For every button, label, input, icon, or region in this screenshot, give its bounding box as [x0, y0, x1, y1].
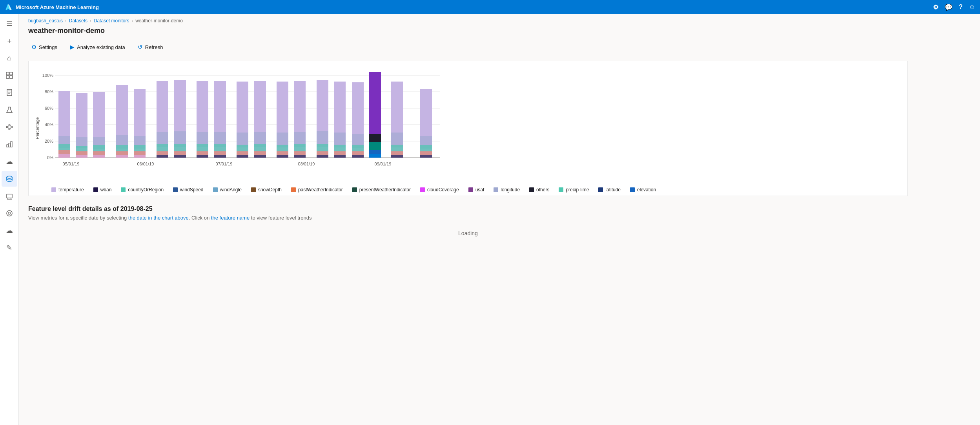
svg-rect-46	[58, 150, 70, 154]
svg-rect-117	[334, 155, 346, 158]
sidebar-notebooks[interactable]	[2, 85, 17, 100]
sidebar-dashboard[interactable]	[2, 67, 17, 83]
sidebar-endpoints[interactable]: ☁	[2, 154, 17, 169]
svg-rect-90	[237, 145, 248, 151]
refresh-icon: ↺	[138, 44, 143, 51]
settings-button[interactable]: ⚙ Settings	[28, 41, 60, 53]
legend-snowdepth: snowDepth	[251, 187, 282, 193]
feature-subtitle-link2[interactable]: the feature name	[211, 215, 250, 221]
svg-point-22	[7, 176, 12, 178]
breadcrumb: bugbash_eastus › Datasets › Dataset moni…	[28, 14, 908, 27]
user-icon[interactable]: ☺	[969, 4, 975, 11]
legend-presentweather: presentWeatherIndicator	[352, 187, 411, 193]
legend-label-pastweather: pastWeatherIndicator	[298, 187, 343, 193]
analyze-button[interactable]: ▶ Analyze existing data	[67, 41, 128, 53]
bar-chart[interactable]: Percentage 100% 80% 60% 40% 20% 0%	[32, 67, 444, 181]
svg-rect-102	[277, 155, 288, 158]
legend-pastweather: pastWeatherIndicator	[291, 187, 343, 193]
svg-rect-67	[134, 155, 146, 158]
settings-icon[interactable]: ⚙	[933, 4, 938, 11]
sidebar: ☰ ＋ ⌂ ☁ ☁ ✎	[0, 14, 19, 425]
svg-rect-131	[391, 151, 403, 155]
svg-rect-105	[294, 144, 306, 151]
svg-text:06/01/19: 06/01/19	[137, 162, 154, 166]
svg-rect-3	[10, 72, 13, 75]
legend-swatch-latitude	[598, 187, 603, 192]
svg-rect-96	[254, 151, 266, 155]
legend-swatch-longitude	[494, 187, 498, 192]
svg-rect-66	[134, 151, 146, 155]
svg-rect-101	[277, 151, 288, 155]
legend-label-windspeed: windSpeed	[180, 187, 203, 193]
legend-label-elevation: elevation	[637, 187, 656, 193]
sidebar-pipelines[interactable]	[2, 119, 17, 135]
sidebar-menu[interactable]: ☰	[2, 16, 17, 31]
feedback-icon[interactable]: 💬	[945, 4, 953, 11]
sidebar-models[interactable]	[2, 136, 17, 152]
svg-rect-91	[237, 151, 248, 155]
breadcrumb-datasets[interactable]: Datasets	[69, 18, 87, 24]
svg-rect-65	[134, 145, 146, 151]
svg-rect-126	[369, 150, 381, 154]
legend-label-latitude: latitude	[605, 187, 621, 193]
legend-longitude: longitude	[494, 187, 520, 193]
legend-label-country: countryOrRegion	[128, 187, 164, 193]
feature-subtitle-link1[interactable]: the date in the chart above	[128, 215, 189, 221]
feature-section: Feature level drift details as of 2019-0…	[28, 205, 908, 236]
app-title: Microsoft Azure Machine Learning	[16, 4, 99, 10]
sidebar-experiments[interactable]	[2, 102, 17, 118]
legend-usaf: usaf	[468, 187, 485, 193]
breadcrumb-sep-2: ›	[90, 18, 91, 23]
legend-swatch-usaf	[468, 187, 473, 192]
help-icon[interactable]: ?	[959, 4, 963, 11]
svg-rect-76	[174, 151, 186, 155]
svg-rect-107	[294, 155, 306, 158]
svg-point-11	[6, 126, 8, 128]
sidebar-create[interactable]: ＋	[2, 33, 17, 49]
legend-swatch-windspeed	[173, 187, 178, 192]
svg-text:80%: 80%	[45, 89, 53, 94]
legend-label-usaf: usaf	[475, 187, 485, 193]
svg-rect-85	[214, 144, 226, 151]
chart-legend: temperature wban countryOrRegion windSpe…	[32, 187, 901, 193]
svg-rect-120	[352, 145, 364, 151]
feature-subtitle: View metrics for a specific date by sele…	[28, 215, 908, 221]
svg-rect-110	[317, 144, 328, 151]
sidebar-home[interactable]: ⌂	[2, 50, 17, 66]
legend-windangle: windAngle	[213, 187, 242, 193]
svg-rect-87	[214, 155, 226, 158]
svg-rect-92	[237, 155, 248, 158]
svg-rect-77	[174, 155, 186, 158]
breadcrumb-workspace[interactable]: bugbash_eastus	[28, 18, 63, 24]
svg-rect-52	[76, 155, 87, 158]
svg-point-13	[9, 128, 10, 130]
svg-line-16	[8, 127, 9, 129]
sidebar-datastores[interactable]: ☁	[2, 223, 17, 238]
svg-rect-111	[317, 151, 328, 155]
play-icon: ▶	[70, 44, 75, 51]
sidebar-datasets[interactable]	[2, 171, 17, 187]
loading-text: Loading	[28, 230, 908, 236]
svg-text:08/01/19: 08/01/19	[298, 162, 315, 166]
sidebar-compute[interactable]	[2, 188, 17, 204]
breadcrumb-monitors[interactable]: Dataset monitors	[94, 18, 129, 24]
legend-swatch-windangle	[213, 187, 218, 192]
svg-text:Percentage: Percentage	[35, 117, 40, 139]
svg-text:05/01/19: 05/01/19	[63, 162, 80, 166]
svg-text:07/01/19: 07/01/19	[216, 162, 233, 166]
svg-rect-21	[11, 142, 12, 147]
svg-rect-2	[6, 72, 9, 75]
legend-elevation: elevation	[630, 187, 656, 193]
svg-rect-127	[369, 154, 381, 158]
legend-others: others	[529, 187, 549, 193]
sidebar-environments[interactable]	[2, 205, 17, 221]
refresh-button[interactable]: ↺ Refresh	[135, 41, 166, 53]
top-bar: Microsoft Azure Machine Learning ⚙ 💬 ? ☺	[0, 0, 980, 14]
svg-rect-95	[254, 144, 266, 151]
legend-label-windangle: windAngle	[220, 187, 242, 193]
svg-rect-19	[7, 145, 8, 147]
sidebar-labeling[interactable]: ✎	[2, 240, 17, 256]
breadcrumb-current: weather-monitor-demo	[135, 18, 183, 24]
svg-text:20%: 20%	[45, 139, 53, 143]
svg-text:40%: 40%	[45, 122, 53, 127]
